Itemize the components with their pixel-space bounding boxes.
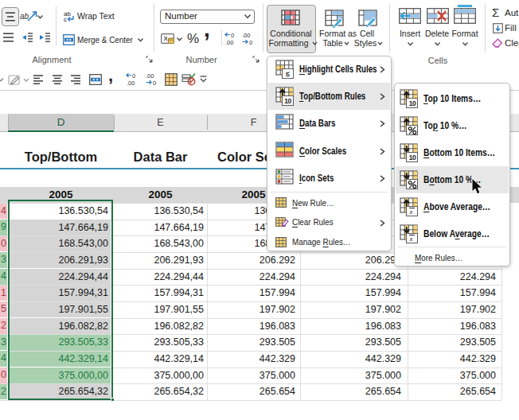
svg-text:.00: .00 bbox=[242, 32, 250, 39]
svg-text:.00: .00 bbox=[127, 80, 135, 86]
svg-text:0: 0 bbox=[132, 72, 135, 80]
svg-text:c: c bbox=[64, 16, 67, 22]
svg-text:0: 0 bbox=[153, 80, 156, 86]
svg-text:.00: .00 bbox=[146, 72, 154, 80]
svg-text:0: 0 bbox=[231, 32, 234, 39]
svg-text:.00: .00 bbox=[225, 39, 233, 45]
svg-text:0: 0 bbox=[249, 39, 252, 45]
